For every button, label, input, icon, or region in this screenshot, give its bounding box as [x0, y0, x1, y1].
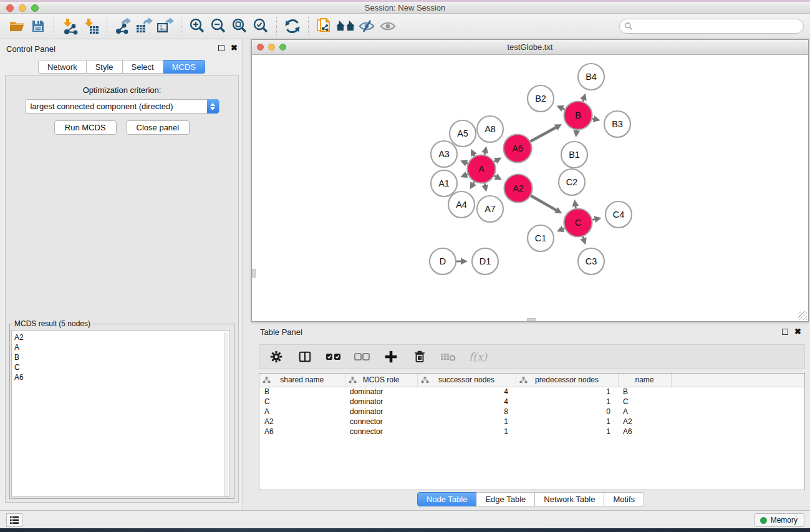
- table-row[interactable]: Adominator80A: [259, 407, 805, 417]
- mcds-result-item[interactable]: A2: [14, 332, 229, 342]
- hide-details-icon[interactable]: [356, 16, 377, 36]
- export-table-icon[interactable]: [133, 16, 155, 36]
- open-session-icon[interactable]: [6, 16, 27, 36]
- zoom-fit-icon[interactable]: [229, 16, 250, 36]
- criterion-dropdown[interactable]: largest connected component (directed): [25, 99, 219, 114]
- table-cell[interactable]: 1: [516, 417, 618, 427]
- canvas-vertical-scroll-thumb[interactable]: [252, 269, 256, 278]
- table-cell[interactable]: 4: [417, 387, 516, 397]
- close-panel-button[interactable]: Close panel: [126, 120, 190, 135]
- mcds-result-item[interactable]: C: [14, 362, 229, 372]
- table-row[interactable]: A6connector11A6: [259, 427, 805, 437]
- network-canvas[interactable]: B4B2BB3B1A5A8A6A3AA1C2A4A7A2CC4C1C3DD1: [252, 55, 808, 321]
- gear-icon[interactable]: [268, 349, 284, 365]
- run-mcds-button[interactable]: Run MCDS: [54, 120, 117, 135]
- canvas-horizontal-scroll-thumb[interactable]: [527, 318, 536, 321]
- search-input[interactable]: [619, 19, 804, 34]
- tab-motifs[interactable]: Motifs: [604, 492, 644, 506]
- table-row[interactable]: Cdominator41C: [259, 397, 805, 407]
- delete-icon[interactable]: [412, 349, 428, 365]
- mcds-result-item[interactable]: A6: [14, 372, 229, 382]
- table-cell[interactable]: dominator: [345, 397, 417, 407]
- apply-layout-icon[interactable]: [282, 16, 303, 36]
- network-window-titlebar[interactable]: testGlobe.txt: [252, 40, 808, 55]
- table-cell[interactable]: 1: [516, 387, 618, 397]
- column-header-predecessor-nodes[interactable]: predecessor nodes: [516, 374, 618, 387]
- table-cell-filler: [671, 407, 805, 417]
- deselect-all-icon[interactable]: [354, 349, 370, 365]
- maximize-window-button[interactable]: [31, 4, 39, 12]
- close-table-panel-icon[interactable]: ✖: [794, 329, 801, 335]
- task-history-button[interactable]: [6, 513, 22, 527]
- table-cell[interactable]: 1: [417, 427, 516, 437]
- close-network-window-button[interactable]: [257, 44, 264, 51]
- table-cell[interactable]: A2: [259, 417, 345, 427]
- table-row[interactable]: A2connector11A2: [259, 417, 805, 427]
- export-network-icon[interactable]: [112, 16, 133, 36]
- close-window-button[interactable]: [6, 4, 14, 12]
- mcds-result-item[interactable]: A: [14, 342, 229, 352]
- tab-edge-table[interactable]: Edge Table: [476, 492, 535, 506]
- table-cell[interactable]: 0: [516, 407, 618, 417]
- function-builder-icon[interactable]: f(x): [469, 351, 487, 363]
- maximize-network-window-button[interactable]: [279, 44, 286, 51]
- save-session-icon[interactable]: [27, 16, 49, 36]
- graph-node-label: D: [440, 256, 446, 266]
- mcds-result-item[interactable]: B: [14, 352, 229, 362]
- table-cell[interactable]: 8: [417, 407, 516, 417]
- table-cell[interactable]: 4: [417, 397, 516, 407]
- window-resize-grip[interactable]: [798, 311, 807, 320]
- table-cell[interactable]: 1: [516, 427, 618, 437]
- graph-edge[interactable]: [531, 196, 557, 211]
- import-network-icon[interactable]: [59, 16, 80, 36]
- column-header-mcds-role[interactable]: MCDS role: [345, 374, 417, 387]
- home-icon[interactable]: [335, 16, 356, 36]
- minimize-window-button[interactable]: [19, 4, 26, 12]
- memory-button[interactable]: Memory: [755, 513, 804, 527]
- table-cell[interactable]: B: [259, 387, 345, 397]
- tab-style[interactable]: Style: [87, 60, 123, 74]
- table-cell[interactable]: C: [259, 397, 345, 407]
- graph-edge[interactable]: [531, 127, 557, 141]
- table-cell[interactable]: connector: [345, 417, 417, 427]
- tab-node-table[interactable]: Node Table: [417, 492, 477, 506]
- table-cell[interactable]: dominator: [345, 407, 417, 417]
- column-header-name[interactable]: name: [618, 374, 671, 387]
- zoom-out-icon[interactable]: [208, 16, 229, 36]
- show-details-icon[interactable]: [377, 16, 398, 36]
- tab-mcds[interactable]: MCDS: [163, 60, 205, 74]
- zoom-in-icon[interactable]: [186, 16, 208, 36]
- table-cell[interactable]: 1: [417, 417, 516, 427]
- table-cell[interactable]: 1: [516, 397, 618, 407]
- table-cell[interactable]: A6: [618, 427, 671, 437]
- tab-network[interactable]: Network: [38, 60, 87, 74]
- tab-select[interactable]: Select: [123, 60, 163, 74]
- tab-network-table[interactable]: Network Table: [535, 492, 604, 506]
- delete-table-icon[interactable]: [440, 349, 456, 365]
- table-cell[interactable]: C: [618, 397, 671, 407]
- table-cell[interactable]: B: [618, 387, 671, 397]
- column-view-icon[interactable]: [297, 349, 313, 365]
- table-cell[interactable]: connector: [345, 427, 417, 437]
- column-header-shared-name[interactable]: shared name: [259, 374, 345, 387]
- control-panel: Control Panel ✖ Network Style Select MCD…: [0, 39, 243, 510]
- minimize-network-window-button[interactable]: [268, 44, 275, 51]
- table-cell[interactable]: A: [259, 407, 345, 417]
- import-table-icon[interactable]: [80, 16, 102, 36]
- mcds-list-scrollbar[interactable]: [224, 332, 228, 497]
- table-cell[interactable]: A6: [259, 427, 345, 437]
- network-from-file-icon[interactable]: [314, 16, 335, 36]
- table-cell[interactable]: A2: [618, 417, 671, 427]
- select-all-icon[interactable]: [325, 349, 342, 365]
- table-cell[interactable]: dominator: [345, 387, 417, 397]
- export-image-icon[interactable]: [155, 16, 176, 36]
- zoom-selected-icon[interactable]: [250, 16, 271, 36]
- table-cell[interactable]: A: [618, 407, 671, 417]
- close-panel-icon[interactable]: ✖: [231, 45, 238, 51]
- add-column-icon[interactable]: [383, 349, 399, 365]
- column-header-successor-nodes[interactable]: successor nodes: [417, 374, 516, 387]
- float-panel-icon[interactable]: [218, 45, 224, 51]
- float-table-panel-icon[interactable]: [782, 329, 788, 335]
- mcds-result-list[interactable]: A2ABCA6: [11, 330, 230, 497]
- table-row[interactable]: Bdominator41B: [259, 387, 805, 397]
